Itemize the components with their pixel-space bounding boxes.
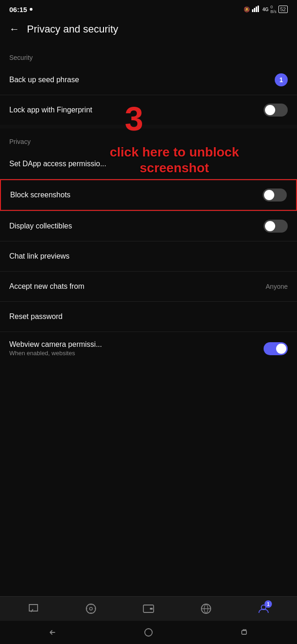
webview-camera-label: Webview camera permissi... bbox=[9, 340, 102, 349]
security-section-header: Security bbox=[0, 45, 297, 65]
nav-chat[interactable] bbox=[27, 602, 40, 615]
signal-icon bbox=[252, 6, 260, 13]
svg-rect-3 bbox=[258, 6, 259, 12]
fingerprint-toggle-track[interactable] bbox=[264, 104, 288, 117]
app-bar: ← Privacy and security bbox=[0, 19, 297, 45]
browser-icon bbox=[200, 602, 213, 615]
reset-password-label: Reset password bbox=[9, 312, 288, 321]
block-screenshots-toggle-thumb bbox=[264, 190, 274, 200]
system-nav-bar bbox=[0, 621, 297, 644]
webview-camera-text-block: Webview camera permissi... When enabled,… bbox=[9, 340, 102, 357]
data-speed: 0B/s bbox=[271, 5, 277, 14]
profile-icon: 1 bbox=[257, 602, 270, 615]
svg-rect-7 bbox=[150, 608, 153, 610]
webview-camera-toggle[interactable] bbox=[264, 342, 288, 355]
privacy-section: Privacy Set DApp access permissio... cli… bbox=[0, 129, 297, 365]
collectibles-label: Display collectibles bbox=[9, 222, 264, 230]
collectibles-toggle[interactable] bbox=[264, 220, 288, 233]
webview-camera-toggle-track[interactable] bbox=[264, 342, 288, 355]
backup-seed-label: Back up seed phrase bbox=[9, 76, 275, 84]
svg-rect-1 bbox=[254, 8, 255, 12]
system-recent-button[interactable] bbox=[238, 626, 251, 639]
privacy-section-header: Privacy bbox=[0, 129, 297, 149]
profile-badge: 1 bbox=[265, 600, 272, 608]
silent-icon: 🔕 bbox=[244, 7, 250, 13]
svg-rect-0 bbox=[252, 9, 253, 12]
nav-profile[interactable]: 1 bbox=[257, 602, 270, 615]
accept-chats-item[interactable]: Accept new chats from Anyone bbox=[0, 272, 297, 301]
time-text: 06:15 bbox=[9, 6, 27, 13]
reset-password-item[interactable]: Reset password bbox=[0, 302, 297, 332]
status-time: 06:15 bbox=[9, 6, 32, 13]
collectibles-toggle-track[interactable] bbox=[264, 220, 288, 233]
svg-point-10 bbox=[145, 629, 152, 636]
svg-point-5 bbox=[90, 607, 92, 610]
system-back-button[interactable] bbox=[46, 626, 59, 639]
explore-icon bbox=[84, 602, 97, 615]
block-screenshots-toggle-track[interactable] bbox=[263, 189, 287, 202]
section-divider-1 bbox=[0, 125, 297, 129]
svg-rect-2 bbox=[256, 7, 257, 12]
webview-camera-sublabel: When enabled, websites bbox=[9, 350, 102, 357]
back-button[interactable]: ← bbox=[9, 23, 19, 35]
fingerprint-item[interactable]: Lock app with Fingerprint bbox=[0, 95, 297, 125]
fingerprint-label: Lock app with Fingerprint bbox=[9, 106, 264, 114]
accept-chats-value: Anyone bbox=[266, 283, 288, 290]
wallet-icon bbox=[142, 602, 155, 615]
system-home-button[interactable] bbox=[142, 626, 155, 639]
chat-icon bbox=[27, 602, 40, 615]
dapp-access-item[interactable]: Set DApp access permissio... click here … bbox=[0, 149, 297, 179]
collectibles-toggle-thumb bbox=[265, 221, 275, 231]
network-4g: 4G bbox=[262, 7, 268, 12]
webview-camera-toggle-thumb bbox=[276, 344, 286, 354]
fingerprint-toggle-thumb bbox=[265, 105, 275, 115]
block-screenshots-item[interactable]: Block screenshots bbox=[0, 179, 297, 211]
fingerprint-toggle[interactable] bbox=[264, 104, 288, 117]
accept-chats-label: Accept new chats from bbox=[9, 282, 266, 291]
collectibles-item[interactable]: Display collectibles bbox=[0, 211, 297, 241]
chat-link-previews-label: Chat link previews bbox=[9, 252, 288, 260]
svg-point-4 bbox=[86, 604, 96, 613]
nav-explore[interactable] bbox=[84, 602, 97, 615]
page-title: Privacy and security bbox=[27, 23, 118, 35]
status-bar: 06:15 🔕 4G 0B/s 52 bbox=[0, 0, 297, 19]
dapp-access-label: Set DApp access permissio... bbox=[9, 160, 288, 168]
status-dot bbox=[30, 8, 32, 11]
nav-browser[interactable] bbox=[200, 602, 213, 615]
battery-icon: 52 bbox=[278, 7, 288, 12]
chat-link-previews-item[interactable]: Chat link previews bbox=[0, 241, 297, 271]
backup-seed-item[interactable]: Back up seed phrase 1 bbox=[0, 65, 297, 95]
webview-camera-item[interactable]: Webview camera permissi... When enabled,… bbox=[0, 332, 297, 365]
bottom-nav: 1 bbox=[0, 596, 297, 621]
fingerprint-row-wrapper: Lock app with Fingerprint 3 bbox=[0, 95, 297, 125]
nav-wallet[interactable] bbox=[142, 602, 155, 615]
security-section: Security Back up seed phrase 1 Lock app … bbox=[0, 45, 297, 125]
backup-seed-badge: 1 bbox=[275, 73, 288, 86]
block-screenshots-label: Block screenshots bbox=[10, 191, 263, 199]
status-icons: 🔕 4G 0B/s 52 bbox=[244, 5, 288, 14]
block-screenshots-toggle[interactable] bbox=[263, 189, 287, 202]
svg-rect-11 bbox=[242, 631, 246, 634]
